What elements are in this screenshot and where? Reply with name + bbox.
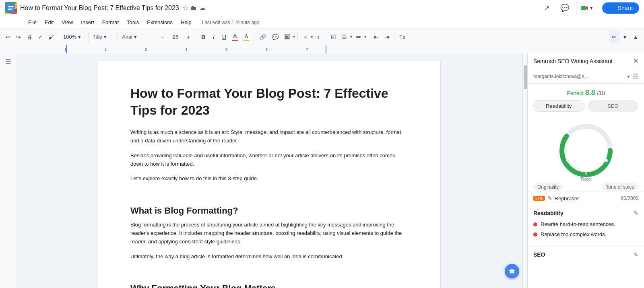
readability-item-1: Rewrite hard-to-read sentences. [533, 221, 638, 227]
tab-seo[interactable]: SEO [588, 100, 639, 112]
underline-button[interactable]: U [219, 31, 229, 43]
tab-readability[interactable]: Readability [533, 100, 584, 112]
menu-edit[interactable]: Edit [41, 18, 58, 27]
account-chevron-icon[interactable]: ▾ [627, 74, 630, 79]
account-menu-icon[interactable]: ☰ [633, 72, 638, 80]
semrush-account-row: margarita.loktionova@s... ▾ ☰ [528, 69, 644, 84]
comments-icon[interactable]: 💬 [558, 2, 571, 14]
readability-edit-icon[interactable]: ✎ [634, 210, 638, 216]
font-select[interactable]: Arial ▾ [120, 31, 153, 43]
font-size-decrease-button[interactable]: − [158, 31, 167, 43]
toolbar-divider-9 [369, 32, 369, 42]
trending-icon[interactable]: ↗ [541, 2, 553, 14]
semrush-panel-title: Semrush SEO Writing Assistant [533, 58, 613, 64]
editing-mode-button[interactable]: ✏ [609, 31, 619, 43]
toolbar-divider-8 [326, 32, 326, 42]
indent-less-button[interactable]: ⇤ [372, 31, 381, 43]
menu-view[interactable]: View [58, 18, 77, 27]
italic-button[interactable]: I [209, 31, 219, 43]
insert-comment-button[interactable]: 💬 [269, 31, 281, 43]
document-paragraph-2[interactable]: Besides providing valuable and useful in… [130, 152, 408, 169]
numbered-list-button[interactable]: ≔ [353, 31, 363, 43]
line-spacing-button[interactable]: ↕ [314, 31, 323, 43]
ai-assist-button[interactable] [505, 264, 519, 278]
menu-bar: File Edit View Insert Format Tools Exten… [0, 16, 644, 29]
scroll-indicator[interactable] [522, 53, 527, 288]
document-section1-paragraph-2[interactable]: Ultimately, the way a blog article is fo… [130, 253, 408, 261]
folder-icon[interactable]: 🖿 [190, 4, 197, 12]
meet-button[interactable]: ▾ [576, 2, 597, 14]
document-title[interactable]: How to Format Your Blog Post: 7 Effectiv… [20, 4, 179, 12]
image-dropdown-icon[interactable]: ▾ [293, 35, 295, 39]
numbered-dropdown-icon[interactable]: ▾ [364, 35, 366, 39]
readability-text-1: Rewrite hard-to-read sentences. [541, 221, 615, 227]
scroll-thumb[interactable] [524, 65, 527, 89]
rephraser-icon: ✎ [547, 195, 552, 202]
align-button[interactable]: ≡ [300, 31, 310, 43]
menu-tools[interactable]: Tools [123, 18, 143, 27]
document-heading-3[interactable]: Why Formatting Your Blog Matters [130, 283, 408, 288]
menu-file[interactable]: File [24, 18, 41, 27]
menu-extensions[interactable]: Extensions [143, 18, 177, 27]
paint-format-button[interactable]: 🖌 [46, 31, 56, 43]
font-size-input[interactable] [168, 34, 183, 40]
menu-help[interactable]: Help [177, 18, 196, 27]
title-section: How to Format Your Blog Post: 7 Effectiv… [20, 4, 537, 12]
document-paragraph-1[interactable]: Writing is as much a science as it is an… [130, 128, 408, 145]
score-label: Perfect [567, 90, 583, 96]
insert-image-button[interactable]: 🖼 [282, 31, 292, 43]
align-dropdown-icon[interactable]: ▾ [311, 35, 313, 39]
insert-link-button[interactable]: 🔗 [257, 31, 268, 43]
font-size-increase-button[interactable]: + [184, 31, 193, 43]
print-button[interactable]: 🖨 [24, 31, 35, 43]
spellcheck-button[interactable]: ✓ [35, 31, 45, 43]
style-select[interactable]: Title ▾ [91, 31, 115, 43]
editing-mode-dropdown[interactable]: ▾ [620, 31, 630, 43]
document-section1-paragraph-1[interactable]: Blog formatting is the process of struct… [130, 221, 408, 246]
document-heading-1[interactable]: How to Format Your Blog Post: 7 Effectiv… [130, 85, 408, 119]
top-right: ↗ 💬 ▾ 👤 Share [541, 2, 639, 14]
rephraser-label[interactable]: Rephraser [555, 195, 579, 202]
menu-insert[interactable]: Insert [77, 18, 98, 27]
toolbar: ↩ ↪ 🖨 ✓ 🖌 100% ▾ Title ▾ Arial ▾ − + B I… [0, 29, 644, 45]
readability-title: Readability [533, 210, 564, 216]
cloud-icon[interactable]: ☁ [199, 4, 206, 12]
bullet-dropdown-icon[interactable]: ▾ [350, 35, 352, 39]
clear-formatting-button[interactable]: Tx [397, 31, 408, 43]
google-docs-icon[interactable] [5, 2, 17, 14]
svg-point-18 [585, 172, 587, 175]
highlight-icon: A [244, 33, 248, 39]
account-email[interactable]: margarita.loktionova@s... [533, 74, 588, 79]
semrush-close-button[interactable]: ✕ [633, 57, 638, 65]
beta-badge: beta [533, 196, 545, 201]
font-color-button[interactable]: A [230, 31, 240, 43]
star-icon[interactable]: ☆ [182, 4, 188, 12]
bold-button[interactable]: B [198, 31, 208, 43]
document-area[interactable]: How to Format Your Blog Post: 7 Effectiv… [16, 53, 522, 288]
menu-format[interactable]: Format [98, 18, 123, 27]
svg-text:6: 6 [266, 47, 268, 51]
indent-more-button[interactable]: ⇥ [382, 31, 392, 43]
zoom-select[interactable]: 100% ▾ [62, 31, 86, 43]
undo-button[interactable]: ↩ [3, 31, 13, 43]
document-paragraph-3[interactable]: Let's explore exactly how to do this in … [130, 175, 408, 183]
seo-edit-icon[interactable]: ✎ [634, 251, 638, 258]
zoom-chevron-icon: ▾ [78, 34, 81, 40]
bullet-list-button[interactable]: ☰ [339, 31, 349, 43]
section-header: Readability ✎ [533, 210, 638, 216]
document-page: How to Format Your Blog Post: 7 Effectiv… [98, 61, 440, 288]
toolbar-collapse-button[interactable]: ▲ [630, 31, 641, 43]
checklist-button[interactable]: ☑ [328, 31, 339, 43]
meet-icon [580, 4, 588, 12]
gauge-svg: Target [554, 118, 618, 183]
svg-point-20 [605, 159, 608, 162]
document-heading-2[interactable]: What is Blog Formatting? [130, 206, 408, 216]
redo-button[interactable]: ↪ [14, 31, 23, 43]
last-edit-info[interactable]: Last edit was 1 minute ago [202, 20, 260, 25]
svg-rect-4 [581, 6, 586, 10]
toolbar-divider-2 [88, 32, 89, 42]
highlight-color-button[interactable]: A [241, 31, 252, 43]
style-chevron-icon: ▾ [104, 34, 107, 40]
share-button[interactable]: 👤 Share [602, 2, 639, 14]
outline-icon[interactable]: ☰ [5, 58, 11, 66]
